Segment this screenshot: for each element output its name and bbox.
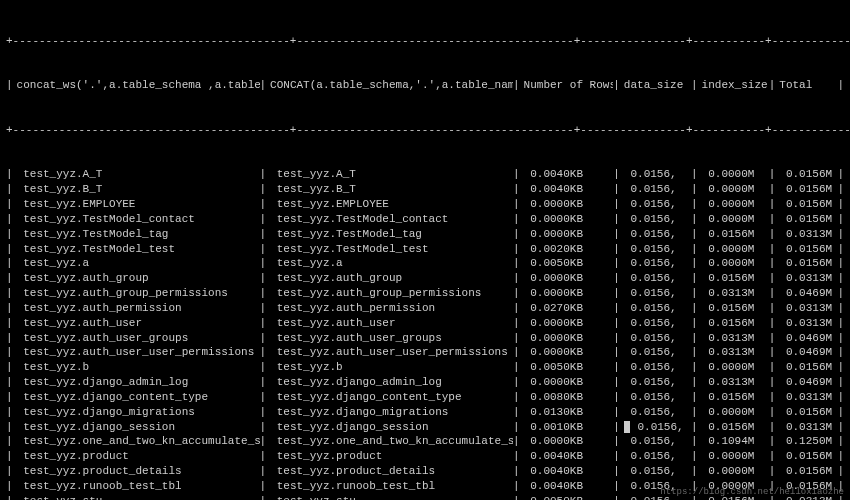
cell-index-size: 0.1094M bbox=[698, 434, 769, 449]
cell-total: 0.0313M bbox=[775, 420, 837, 435]
cell-index-size: 0.0313M bbox=[698, 375, 769, 390]
cell-concat: test_yyz.runoob_test_tbl bbox=[266, 479, 513, 494]
cell-concat-ws: test_yyz.django_migrations bbox=[13, 405, 260, 420]
cell-index-size: 0.0313M bbox=[698, 286, 769, 301]
cell-concat: test_yyz.one_and_two_kn_accumulate_stars bbox=[266, 434, 513, 449]
cell-index-size: 0.0000M bbox=[698, 197, 769, 212]
table-row: | test_yyz.TestModel_contact| test_yyz.T… bbox=[6, 212, 844, 227]
table-row: | test_yyz.a| test_yyz.a| 0.0050KB| 0.01… bbox=[6, 256, 844, 271]
cell-data-size: 0.0156, bbox=[620, 212, 691, 227]
table-row: | test_yyz.one_and_two_kn_accumulate_sta… bbox=[6, 434, 844, 449]
cell-total: 0.0156M bbox=[775, 449, 837, 464]
cell-total: 0.0156M bbox=[775, 182, 837, 197]
cell-total: 0.0313M bbox=[775, 316, 837, 331]
cell-index-size: 0.0000M bbox=[698, 360, 769, 375]
cell-concat-ws: test_yyz.runoob_test_tbl bbox=[13, 479, 260, 494]
cell-num-rows: 0.0040KB bbox=[520, 167, 614, 182]
cell-concat: test_yyz.TestModel_tag bbox=[266, 227, 513, 242]
cell-index-size: 0.0000M bbox=[698, 449, 769, 464]
table-row: | test_yyz.b| test_yyz.b| 0.0050KB| 0.01… bbox=[6, 360, 844, 375]
table-row: | test_yyz.auth_permission| test_yyz.aut… bbox=[6, 301, 844, 316]
cell-concat: test_yyz.auth_group bbox=[266, 271, 513, 286]
table-row: | test_yyz.django_session| test_yyz.djan… bbox=[6, 420, 844, 435]
table-row: | test_yyz.product| test_yyz.product| 0.… bbox=[6, 449, 844, 464]
header-col4: data_size bbox=[620, 78, 691, 93]
cell-concat-ws: test_yyz.a bbox=[13, 256, 260, 271]
cell-num-rows: 0.0050KB bbox=[520, 360, 614, 375]
cell-data-size: 0.0156, bbox=[620, 464, 691, 479]
cell-num-rows: 0.0000KB bbox=[520, 227, 614, 242]
table-row: | test_yyz.auth_user_user_permissions| t… bbox=[6, 345, 844, 360]
cell-concat-ws: test_yyz.EMPLOYEE bbox=[13, 197, 260, 212]
cell-data-size: 0.0156, bbox=[620, 197, 691, 212]
watermark: https://blog.csdn.net/helloxiaozhe bbox=[660, 486, 844, 498]
cell-concat: test_yyz.b bbox=[266, 360, 513, 375]
cell-concat-ws: test_yyz.auth_user_groups bbox=[13, 331, 260, 346]
cell-concat: test_yyz.auth_permission bbox=[266, 301, 513, 316]
cell-total: 0.0156M bbox=[775, 242, 837, 257]
cell-index-size: 0.0000M bbox=[698, 242, 769, 257]
header-col6: Total bbox=[775, 78, 837, 93]
cell-concat: test_yyz.auth_user bbox=[266, 316, 513, 331]
table-row: | test_yyz.product_details| test_yyz.pro… bbox=[6, 464, 844, 479]
cell-concat-ws: test_yyz.A_T bbox=[13, 167, 260, 182]
cell-concat: test_yyz.django_session bbox=[266, 420, 513, 435]
cell-num-rows: 0.0000KB bbox=[520, 316, 614, 331]
cell-concat: test_yyz.auth_user_user_permissions bbox=[266, 345, 513, 360]
cell-data-size: 0.0156, bbox=[620, 242, 691, 257]
cell-index-size: 0.0000M bbox=[698, 182, 769, 197]
cell-num-rows: 0.0080KB bbox=[520, 390, 614, 405]
cell-index-size: 0.0313M bbox=[698, 331, 769, 346]
cell-data-size: 0.0156, bbox=[620, 375, 691, 390]
cell-index-size: 0.0313M bbox=[698, 345, 769, 360]
cell-concat-ws: test_yyz.product_details bbox=[13, 464, 260, 479]
cell-num-rows: 0.0130KB bbox=[520, 405, 614, 420]
table-row: | test_yyz.django_admin_log| test_yyz.dj… bbox=[6, 375, 844, 390]
cell-concat: test_yyz.a bbox=[266, 256, 513, 271]
cell-concat-ws: test_yyz.TestModel_tag bbox=[13, 227, 260, 242]
cell-total: 0.0469M bbox=[775, 375, 837, 390]
cell-num-rows: 0.0040KB bbox=[520, 449, 614, 464]
cell-index-size: 0.0156M bbox=[698, 316, 769, 331]
cell-concat-ws: test_yyz.TestModel_contact bbox=[13, 212, 260, 227]
cell-num-rows: 0.0270KB bbox=[520, 301, 614, 316]
cell-index-size: 0.0156M bbox=[698, 271, 769, 286]
cell-num-rows: 0.0000KB bbox=[520, 331, 614, 346]
cell-concat: test_yyz.auth_user_groups bbox=[266, 331, 513, 346]
cell-concat: test_yyz.django_admin_log bbox=[266, 375, 513, 390]
table-row: | test_yyz.auth_user_groups| test_yyz.au… bbox=[6, 331, 844, 346]
table-row: | test_yyz.EMPLOYEE| test_yyz.EMPLOYEE| … bbox=[6, 197, 844, 212]
cell-data-size: 0.0156, bbox=[620, 182, 691, 197]
cell-concat-ws: test_yyz.one_and_two_kn_accumulate_stars bbox=[13, 434, 260, 449]
cell-data-size: 0.0156, bbox=[620, 331, 691, 346]
table-row: | test_yyz.TestModel_tag| test_yyz.TestM… bbox=[6, 227, 844, 242]
cell-num-rows: 0.0000KB bbox=[520, 286, 614, 301]
cell-num-rows: 0.0040KB bbox=[520, 479, 614, 494]
header-col5: index_size bbox=[698, 78, 769, 93]
table-row: | test_yyz.auth_group| test_yyz.auth_gro… bbox=[6, 271, 844, 286]
separator-top: +---------------------------------------… bbox=[6, 34, 844, 49]
cell-concat-ws: test_yyz.auth_permission bbox=[13, 301, 260, 316]
cell-num-rows: 0.0020KB bbox=[520, 242, 614, 257]
text-cursor bbox=[624, 421, 630, 433]
cell-num-rows: 0.0000KB bbox=[520, 271, 614, 286]
cell-data-size: 0.0156, bbox=[620, 167, 691, 182]
cell-concat: test_yyz.A_T bbox=[266, 167, 513, 182]
cell-num-rows: 0.0000KB bbox=[520, 345, 614, 360]
cell-concat: test_yyz.B_T bbox=[266, 182, 513, 197]
cell-num-rows: 0.0000KB bbox=[520, 197, 614, 212]
cell-total: 0.0156M bbox=[775, 464, 837, 479]
cell-index-size: 0.0156M bbox=[698, 227, 769, 242]
cell-total: 0.1250M bbox=[775, 434, 837, 449]
cell-concat-ws: test_yyz.product bbox=[13, 449, 260, 464]
cell-num-rows: 0.0050KB bbox=[520, 256, 614, 271]
cell-num-rows: 0.0000KB bbox=[520, 375, 614, 390]
cell-concat-ws: test_yyz.auth_group bbox=[13, 271, 260, 286]
cell-data-size: 0.0156, bbox=[620, 301, 691, 316]
cell-concat: test_yyz.EMPLOYEE bbox=[266, 197, 513, 212]
cell-total: 0.0313M bbox=[775, 301, 837, 316]
cell-data-size: 0.0156, bbox=[620, 449, 691, 464]
cell-index-size: 0.0156M bbox=[698, 420, 769, 435]
cell-num-rows: 0.0040KB bbox=[520, 182, 614, 197]
cell-total: 0.0156M bbox=[775, 405, 837, 420]
